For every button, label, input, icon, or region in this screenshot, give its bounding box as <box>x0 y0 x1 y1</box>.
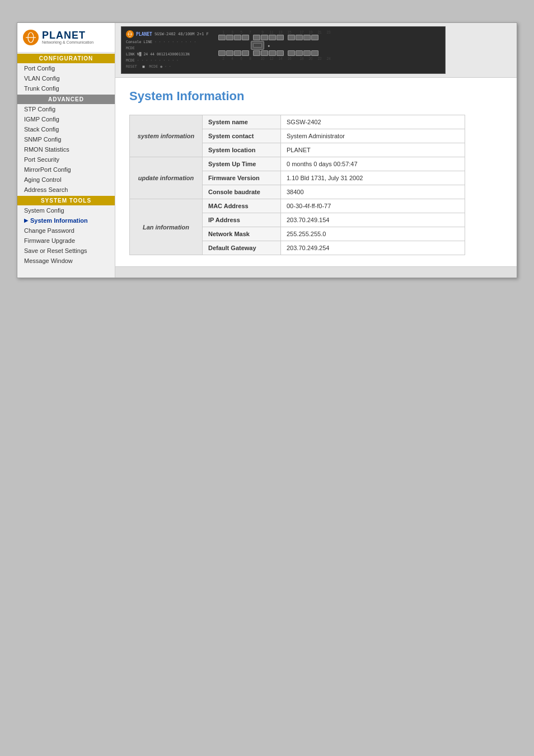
table-row: update information System Up Time 0 mont… <box>130 157 465 171</box>
port-1 <box>218 35 226 40</box>
sidebar-item-message-window[interactable]: Message Window <box>17 256 115 266</box>
section-header-config: CONFIGURATION <box>17 54 115 63</box>
sidebar-item-change-password[interactable]: Change Password <box>17 226 115 236</box>
sidebar-item-port-config[interactable]: Port Config <box>17 63 115 73</box>
port-19 <box>296 35 303 40</box>
table-row: system information System name SGSW-2402 <box>130 115 465 129</box>
device-brand: PLANET <box>136 32 152 37</box>
field-baudrate-value: 38400 <box>281 185 465 199</box>
device-header: PLANET SGSW-2402 48/100M 2+1 F Console L… <box>115 23 517 78</box>
field-uptime-value: 0 months 0 days 00:57:47 <box>281 157 465 171</box>
port-21 <box>303 35 311 40</box>
sidebar-item-vlan-config[interactable]: VLAN Config <box>17 73 115 83</box>
device-logo-icon <box>126 30 134 38</box>
device-console-info: Console LINE· · · · · · · · · · MCDE LIN… <box>126 39 213 70</box>
device-model: SGSW-2402 48/100M 2+1 F <box>154 32 209 36</box>
sidebar-item-port-security[interactable]: Port Security <box>17 154 115 165</box>
port-8 <box>242 50 249 56</box>
field-gateway-value: 203.70.249.254 <box>281 241 465 255</box>
sidebar-item-firmware-upgrade[interactable]: Firmware Upgrade <box>17 236 115 246</box>
page-wrapper: PLANET Networking & Communication CONFIG… <box>0 0 534 756</box>
logo-brand: PLANET <box>42 30 93 40</box>
field-uptime-label: System Up Time <box>203 157 281 171</box>
sfp-icon <box>251 41 264 50</box>
sidebar: PLANET Networking & Communication CONFIG… <box>17 23 115 278</box>
sidebar-item-stack-config[interactable]: Stack Config <box>17 124 115 134</box>
port-12 <box>261 50 268 56</box>
port-20 <box>296 50 303 56</box>
port-11 <box>261 35 268 40</box>
ports-row-top <box>218 35 332 40</box>
sfp-center: ● <box>251 41 332 50</box>
field-gateway-label: Default Gateway <box>203 241 281 255</box>
port-14 <box>269 50 276 56</box>
field-mac-label: MAC Address <box>203 199 281 213</box>
section-label-lan: Lan information <box>130 199 203 255</box>
section-header-advanced: ADVANCED <box>17 95 115 104</box>
sidebar-item-address-search[interactable]: Address Search <box>17 185 115 195</box>
field-system-name-value: SGSW-2402 <box>281 115 465 129</box>
port-23 <box>311 35 318 40</box>
ports-row-bottom <box>218 50 332 56</box>
port-17 <box>288 35 295 40</box>
system-info-table: system information System name SGSW-2402… <box>129 115 465 255</box>
port-22 <box>303 50 311 56</box>
device-info: PLANET SGSW-2402 48/100M 2+1 F Console L… <box>126 30 213 70</box>
logo-tagline: Networking & Communication <box>42 40 93 45</box>
field-ip-label: IP Address <box>203 213 281 227</box>
sidebar-item-save-reset[interactable]: Save or Reset Settings <box>17 246 115 256</box>
main-container: PLANET Networking & Communication CONFIG… <box>17 22 517 278</box>
port-24 <box>311 50 318 56</box>
field-system-location-label: System location <box>203 143 281 157</box>
device-panel: PLANET SGSW-2402 48/100M 2+1 F Console L… <box>121 26 446 74</box>
field-ip-value: 203.70.249.154 <box>281 213 465 227</box>
port-13 <box>269 35 276 40</box>
field-system-name-label: System name <box>203 115 281 129</box>
sidebar-item-aging-control[interactable]: Aging Control <box>17 175 115 185</box>
ports-section: 1357 9111315 17192123 <box>218 30 332 60</box>
port-18 <box>288 50 295 56</box>
main-content: System Information system information Sy… <box>115 78 517 266</box>
section-header-system-tools: SYSTEM TOOLS <box>17 196 115 205</box>
sidebar-item-igmp-config[interactable]: IGMP Config <box>17 114 115 124</box>
field-firmware-label: Firmware Version <box>203 171 281 185</box>
field-netmask-label: Network Mask <box>203 227 281 241</box>
port-15 <box>277 35 284 40</box>
page-title: System Information <box>129 89 503 104</box>
field-system-location-value: PLANET <box>281 143 465 157</box>
field-firmware-value: 1.10 Bld 1731, July 31 2002 <box>281 171 465 185</box>
sidebar-item-system-config[interactable]: System Config <box>17 205 115 215</box>
section-label-update: update information <box>130 157 203 199</box>
port-16 <box>277 50 284 56</box>
planet-icon <box>23 30 39 45</box>
port-2 <box>218 50 226 56</box>
sidebar-item-stp-config[interactable]: STP Config <box>17 104 115 114</box>
field-baudrate-label: Console baudrate <box>203 185 281 199</box>
content-area: PLANET SGSW-2402 48/100M 2+1 F Console L… <box>115 23 517 278</box>
field-netmask-value: 255.255.255.0 <box>281 227 465 241</box>
sidebar-item-system-info[interactable]: System Information <box>17 215 115 226</box>
port-numbers-bottom: 2468 10121416 18202224 <box>218 57 332 60</box>
field-system-contact-label: System contact <box>203 129 281 143</box>
port-7 <box>242 35 249 40</box>
sidebar-item-rmon-stats[interactable]: RMON Statistics <box>17 144 115 154</box>
field-system-contact-value: System Administrator <box>281 129 465 143</box>
port-5 <box>234 35 241 40</box>
bottom-bar <box>115 266 517 278</box>
section-label-system: system information <box>130 115 203 157</box>
table-row: Lan information MAC Address 00-30-4f-ff-… <box>130 199 465 213</box>
field-mac-value: 00-30-4f-ff-f0-77 <box>281 199 465 213</box>
port-6 <box>234 50 241 56</box>
port-3 <box>226 35 233 40</box>
sidebar-item-mirror-port[interactable]: MirrorPort Config <box>17 165 115 175</box>
sidebar-item-snmp-config[interactable]: SNMP Config <box>17 134 115 144</box>
sidebar-item-trunk-config[interactable]: Trunk Config <box>17 83 115 93</box>
port-numbers-top: 1357 9111315 17192123 <box>218 30 332 34</box>
port-9 <box>253 35 260 40</box>
logo-area: PLANET Networking & Communication <box>17 23 115 53</box>
port-4 <box>226 50 233 56</box>
logo-text: PLANET Networking & Communication <box>42 30 93 45</box>
port-10 <box>253 50 260 56</box>
